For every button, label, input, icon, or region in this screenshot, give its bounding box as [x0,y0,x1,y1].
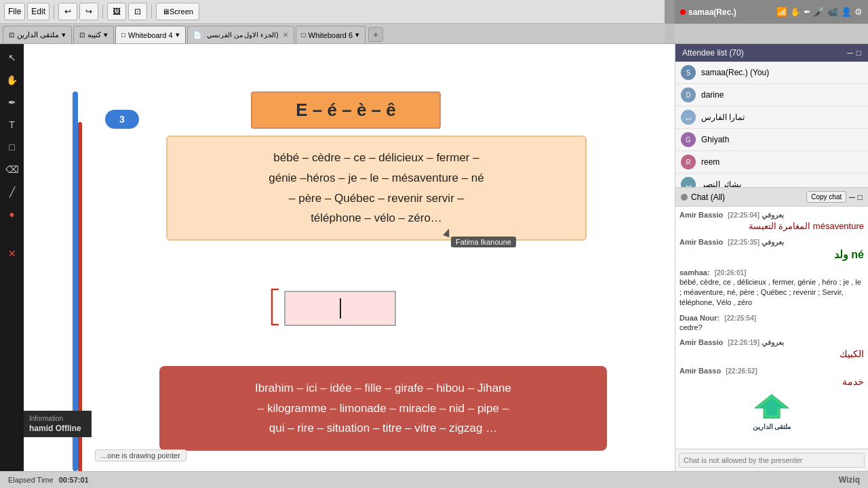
pen-tool[interactable]: ✒ [3,93,22,112]
tab-ktiba[interactable]: ⊡ كتيبه ▾ [73,26,114,43]
step-number-circle: 3 [105,110,139,129]
file-menu[interactable]: File [4,3,25,20]
attendee-name-samaa: samaa(Rec.) (You) [701,68,769,77]
hamid-offline-label: hamid Offline [29,424,86,433]
chat-sender-5: Amir Bassio بعروفي [22:26:19] [679,338,864,347]
attendee-maximize-btn[interactable]: □ [856,48,861,58]
words-box: bébé – cèdre – ce – délicieux – fermer –… [166,136,587,241]
chat-msg-4: Duaa Nour: [22:25:54] cedre? [679,314,864,333]
chat-sender-4: Duaa Nour: [22:25:54] [679,314,864,322]
recording-area: samaa(Rec.) 📶 ✋ ✒ 🎤 📹 👤 ⚙ [675,0,868,24]
chat-time-4: [22:25:54] [724,314,756,322]
chat-time-2: [22:25:35] [728,239,760,246]
chat-minimize-btn[interactable]: ─ [849,192,855,202]
chat-msg-6: Amir Basso [22:26:52] خدمة [679,367,864,431]
shape-tool[interactable]: □ [3,138,22,157]
chat-title: Chat (All) [681,192,725,202]
pen-icon[interactable]: ✒ [804,7,811,17]
page-wrapper: File Edit ↩ ↪ 🖼 ⊡ 🖥 Screen samaa(Rec.) 📶… [0,0,868,488]
tab-close-4[interactable]: ✕ [283,31,288,39]
chat-input-area [675,449,868,471]
whiteboard-canvas[interactable]: 3 E – é – è – ê bébé – cèdre – ce – déli… [24,44,675,471]
tab-dropdown-5[interactable]: ▾ [355,30,359,39]
attendee-name-ghiyath: Ghiyath [701,135,729,144]
statusbar: Elapsed Time 00:57:01 Wiziq [0,471,868,488]
info-label: Information [29,415,86,422]
tab-whiteboard6[interactable]: □ Whiteboard 6 ▾ [296,26,366,43]
chat-content-5: الكبيك [679,348,864,361]
color-tool[interactable]: ● [3,205,22,224]
recording-username: samaa(Rec.) [688,7,736,17]
chat-msg-1: Amir Bassio بعروفي [22:25:04] mésaventur… [679,211,864,232]
tab-dropdown-2[interactable]: ▾ [104,30,108,39]
hand-tool[interactable]: ✋ [3,70,22,89]
screen-button[interactable]: 🖥 Screen [156,3,199,20]
user-icon[interactable]: 👤 [841,7,852,17]
attendee-name-reem: reem [701,157,719,167]
toolbar-sep-1 [54,5,54,18]
tab-french-part1[interactable]: 📄 (الجزء الاول من الفرنسي 1) ✕ [187,26,294,43]
signal-icon: 📶 [776,7,787,17]
tab-dropdown-3[interactable]: ▾ [176,30,180,39]
logo-text: ملتقى الدارين [679,423,864,430]
line-tool[interactable]: ╱ [3,182,22,201]
toolbar-sep-3 [151,5,152,18]
chat-maximize-btn[interactable]: □ [858,192,863,202]
undo-button[interactable]: ↩ [58,3,77,20]
hand-icon[interactable]: ✋ [790,7,801,17]
add-tab-button[interactable]: + [368,27,383,42]
arrow-tool[interactable]: ↖ [3,48,22,67]
edit-menu[interactable]: Edit [27,3,50,20]
text-input-field[interactable] [284,291,396,326]
attendee-name-bashaer: بشائر النصر [701,180,741,187]
chat-content-4: cedre? [679,323,864,333]
text-tool[interactable]: T [3,115,22,134]
chat-sender-6: Amir Basso [22:26:52] [679,367,864,375]
tab-label-2: كتيبه [87,30,101,39]
settings-icon[interactable]: ⚙ [854,7,863,17]
chat-sender-1: Amir Bassio بعروفي [22:25:04] [679,211,864,220]
attendee-item-tamara: ت تمارا الفارس [675,106,868,129]
avatar-reem: R [681,155,696,169]
left-tools-panel: ↖ ✋ ✒ T □ ⌫ ╱ ● ✕ [0,44,24,471]
chat-messages: Amir Bassio بعروفي [22:25:04] mésaventur… [675,207,868,449]
chat-time-6: [22:26:52] [726,367,757,375]
chat-input[interactable] [679,453,865,468]
tab-malteqa-aldarin[interactable]: ⊡ ملتقى الدارين ▾ [3,26,72,43]
chat-msg-3: samhaa: [20:26:01] bébé, cèdre, ce , dél… [679,268,864,308]
attendee-count-label: Attendee list (70) [682,48,744,58]
bottom-words-box: Ibrahim – ici – idée – fille – girafe – … [159,366,607,451]
chat-header: Chat (All) Copy chat ─ □ [675,187,868,207]
avatar-ghiyath: G [681,132,696,147]
camera-button[interactable]: ⊡ [128,3,147,20]
toolbar-sep-2 [102,5,103,18]
add-page-button[interactable]: 🖼 [107,3,126,20]
tab-label-5: Whiteboard 6 [309,31,353,39]
tab-dropdown-1[interactable]: ▾ [62,30,66,39]
mic-mute-icon[interactable]: 🎤 [814,7,825,17]
attendee-item-bashaer: ب بشائر النصر [675,174,868,187]
recording-user: samaa(Rec.) [680,7,736,17]
attendee-minimize-btn[interactable]: ─ [847,48,853,58]
elapsed-label: Elapsed Time [8,476,54,484]
avatar-bashaer: ب [681,177,696,187]
video-icon[interactable]: 📹 [827,7,838,17]
avatar-tamara: ت [681,110,696,125]
redo-button[interactable]: ↪ [79,3,98,20]
attendee-item-ghiyath: G Ghiyath [675,129,868,151]
chat-content-3: bébé, cèdre, ce , délicieux , fermer, gé… [679,277,864,308]
cursor-blink [340,298,341,319]
attendee-item-reem: R reem [675,151,868,174]
sidebar-tab-spacer [675,24,868,44]
drawing-pointer-label: ...one is drawing pointer [95,449,186,462]
copy-chat-button[interactable]: Copy chat [806,191,846,203]
delete-tool[interactable]: ✕ [3,244,22,263]
chat-time-5: [22:26:19] [728,339,760,346]
attendee-list: S samaa(Rec.) (You) D darine ت تمارا الف… [675,62,868,187]
eraser-tool[interactable]: ⌫ [3,160,22,179]
tab-whiteboard4[interactable]: □ Whiteboard 4 ▾ [115,26,185,43]
attendee-name-darine: darine [701,90,724,100]
chat-sender-2: Amir Bassio بعروفي [22:25:35] [679,238,864,247]
right-panel: Attendee list (70) ─ □ S samaa(Rec.) (Yo… [675,44,868,471]
recording-icons: 📶 ✋ ✒ 🎤 📹 👤 ⚙ [776,7,863,17]
